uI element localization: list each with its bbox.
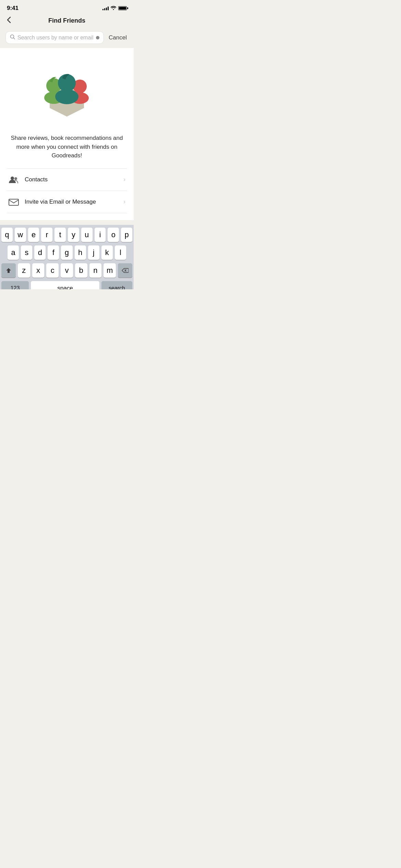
contacts-chevron: ›	[123, 176, 125, 183]
keyboard-bottom-row: 123 space search	[1, 281, 132, 290]
status-time: 9:41	[7, 5, 19, 12]
cancel-button[interactable]: Cancel	[107, 33, 128, 43]
shift-key[interactable]	[1, 263, 16, 278]
key-g[interactable]: g	[61, 245, 72, 260]
svg-point-8	[55, 89, 78, 104]
key-l[interactable]: l	[115, 245, 126, 260]
spacer	[0, 220, 134, 225]
key-d[interactable]: d	[34, 245, 46, 260]
contacts-row[interactable]: Contacts ›	[7, 169, 127, 191]
space-key[interactable]: space	[31, 281, 99, 290]
numbers-key[interactable]: 123	[1, 281, 29, 290]
svg-point-10	[14, 177, 17, 180]
cursor-indicator	[96, 36, 99, 39]
key-e[interactable]: e	[28, 228, 39, 242]
key-a[interactable]: a	[8, 245, 19, 260]
key-i[interactable]: i	[95, 228, 106, 242]
key-z[interactable]: z	[18, 263, 30, 278]
contacts-label: Contacts	[25, 176, 118, 183]
search-input[interactable]	[17, 35, 94, 41]
search-container: Cancel	[0, 28, 134, 48]
key-t[interactable]: t	[54, 228, 66, 242]
battery-icon	[118, 6, 127, 10]
keyboard-row-1: q w e r t y u i o p	[1, 228, 132, 242]
key-b[interactable]: b	[75, 263, 87, 278]
key-q[interactable]: q	[1, 228, 13, 242]
key-h[interactable]: h	[75, 245, 86, 260]
status-bar: 9:41	[0, 0, 134, 14]
key-c[interactable]: c	[46, 263, 59, 278]
key-v[interactable]: v	[61, 263, 73, 278]
wifi-icon	[111, 6, 116, 11]
keyboard: q w e r t y u i o p a s d f g h j k l z …	[0, 225, 134, 290]
svg-rect-11	[9, 199, 19, 205]
key-f[interactable]: f	[48, 245, 59, 260]
nav-bar: Find Friends	[0, 14, 134, 28]
key-j[interactable]: j	[88, 245, 99, 260]
key-u[interactable]: u	[81, 228, 93, 242]
key-w[interactable]: w	[15, 228, 26, 242]
search-key[interactable]: search	[101, 281, 132, 290]
status-icons	[102, 6, 127, 11]
key-p[interactable]: p	[121, 228, 132, 242]
friends-illustration	[33, 58, 101, 127]
key-x[interactable]: x	[32, 263, 45, 278]
key-r[interactable]: r	[41, 228, 52, 242]
invite-label: Invite via Email or Message	[25, 198, 118, 205]
invite-row[interactable]: Invite via Email or Message ›	[7, 191, 127, 213]
back-button[interactable]	[5, 15, 12, 27]
main-content: Share reviews, book recommendations and …	[0, 48, 134, 220]
contacts-icon	[8, 174, 19, 185]
nav-title: Find Friends	[48, 17, 85, 24]
key-k[interactable]: k	[101, 245, 113, 260]
svg-point-9	[11, 177, 14, 180]
keyboard-row-2: a s d f g h j k l	[1, 245, 132, 260]
key-o[interactable]: o	[108, 228, 119, 242]
search-input-wrapper[interactable]	[5, 31, 104, 44]
divider-bottom	[7, 213, 127, 213]
key-s[interactable]: s	[21, 245, 32, 260]
description-text: Share reviews, book recommendations and …	[7, 134, 127, 160]
invite-chevron: ›	[123, 198, 125, 205]
key-m[interactable]: m	[104, 263, 116, 278]
delete-key[interactable]	[118, 263, 132, 278]
search-icon	[10, 34, 15, 41]
invite-icon	[8, 196, 19, 207]
keyboard-row-3: z x c v b n m	[1, 263, 132, 278]
signal-icon	[102, 6, 109, 10]
key-n[interactable]: n	[89, 263, 102, 278]
key-y[interactable]: y	[68, 228, 79, 242]
